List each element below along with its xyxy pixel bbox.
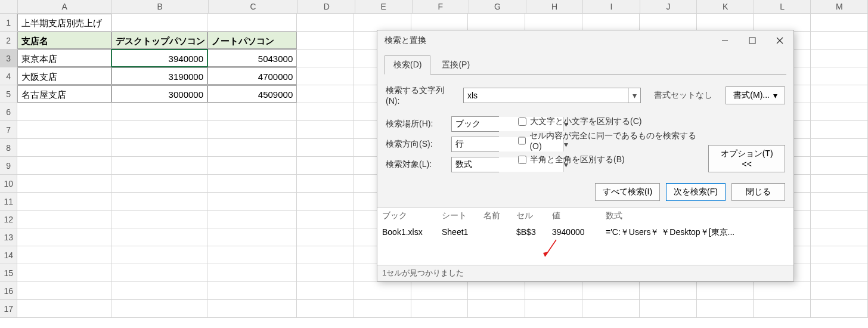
col-header-i[interactable]: I xyxy=(583,0,640,13)
chevron-down-icon[interactable]: ▾ xyxy=(628,88,640,103)
cell[interactable] xyxy=(582,14,640,31)
row-header-7[interactable]: 7 xyxy=(0,121,17,138)
cell-a4[interactable]: 大阪支店 xyxy=(17,67,111,85)
cell[interactable] xyxy=(207,246,297,264)
cell[interactable] xyxy=(297,300,354,317)
options-button[interactable]: オプション(T) << xyxy=(708,145,785,172)
result-row[interactable]: Book1.xlsx Sheet1 $B$3 3940000 ='C:￥User… xyxy=(377,224,793,241)
col-header-d[interactable]: D xyxy=(298,0,355,13)
cell[interactable] xyxy=(297,85,354,103)
cell[interactable] xyxy=(811,85,868,103)
col-header-f[interactable]: F xyxy=(413,0,470,13)
cell[interactable] xyxy=(207,121,297,138)
cell[interactable] xyxy=(17,103,111,120)
within-combo[interactable]: ▾ xyxy=(451,116,499,132)
cell[interactable] xyxy=(525,14,582,31)
cell-c5[interactable]: 4509000 xyxy=(207,85,297,103)
row-header-1[interactable]: 1 xyxy=(0,14,17,31)
row-header-3[interactable]: 3 xyxy=(0,49,17,67)
cell[interactable] xyxy=(811,264,868,281)
cell[interactable] xyxy=(207,175,297,192)
cell[interactable] xyxy=(525,300,582,317)
cell[interactable] xyxy=(811,103,868,120)
cell[interactable] xyxy=(17,121,111,138)
cell[interactable] xyxy=(207,228,297,246)
cell[interactable] xyxy=(111,157,207,174)
cell[interactable] xyxy=(354,282,411,299)
cell[interactable] xyxy=(111,246,207,264)
row-header-6[interactable]: 6 xyxy=(0,103,17,120)
match-entire-checkbox[interactable]: セル内容が完全に同一であるものを検索する(O) xyxy=(518,131,701,151)
row-header-15[interactable]: 15 xyxy=(0,264,17,281)
cell[interactable] xyxy=(111,300,207,317)
find-all-button[interactable]: すべて検索(I) xyxy=(595,183,660,201)
cell[interactable] xyxy=(111,103,207,120)
cell[interactable] xyxy=(111,228,207,246)
cell[interactable] xyxy=(582,300,640,317)
row-header-14[interactable]: 14 xyxy=(0,246,17,264)
cell-b1[interactable] xyxy=(111,14,207,31)
cell[interactable] xyxy=(354,14,411,31)
cell[interactable] xyxy=(297,211,354,228)
row-header-2[interactable]: 2 xyxy=(0,32,17,49)
cell[interactable] xyxy=(640,282,697,299)
cell[interactable] xyxy=(525,282,582,299)
cell[interactable] xyxy=(297,139,354,156)
row-header-5[interactable]: 5 xyxy=(0,85,17,103)
cell[interactable] xyxy=(697,300,754,317)
row-header-13[interactable]: 13 xyxy=(0,228,17,246)
cell[interactable] xyxy=(297,264,354,281)
cell-a5[interactable]: 名古屋支店 xyxy=(17,85,111,103)
row-header-8[interactable]: 8 xyxy=(0,139,17,156)
col-header-m[interactable]: M xyxy=(811,0,868,13)
match-byte-checkbox[interactable]: 半角と全角を区別する(B) xyxy=(518,154,701,165)
cell[interactable] xyxy=(17,228,111,246)
cell[interactable] xyxy=(811,211,868,228)
cell[interactable] xyxy=(811,193,868,210)
cell[interactable] xyxy=(811,282,868,299)
col-header-c[interactable]: C xyxy=(209,0,299,13)
maximize-button[interactable] xyxy=(739,30,766,51)
cell[interactable] xyxy=(468,300,525,317)
cell[interactable] xyxy=(582,282,640,299)
cell[interactable] xyxy=(754,14,811,31)
dialog-titlebar[interactable]: 検索と置換 xyxy=(377,30,793,51)
cell[interactable] xyxy=(17,211,111,228)
cell[interactable] xyxy=(297,193,354,210)
cell[interactable] xyxy=(754,300,811,317)
cell[interactable] xyxy=(207,300,297,317)
cell[interactable] xyxy=(297,121,354,138)
row-header-10[interactable]: 10 xyxy=(0,175,17,192)
row-header-17[interactable]: 17 xyxy=(0,300,17,317)
cell[interactable] xyxy=(17,139,111,156)
cell[interactable] xyxy=(811,67,868,85)
search-combo[interactable]: ▾ xyxy=(451,137,499,152)
find-next-button[interactable]: 次を検索(F) xyxy=(666,183,726,201)
col-header-b[interactable]: B xyxy=(112,0,209,13)
cell[interactable] xyxy=(111,282,207,299)
col-header-h[interactable]: H xyxy=(526,0,584,13)
cell-b2[interactable]: デスクトップパソコン xyxy=(111,32,207,49)
row-header-4[interactable]: 4 xyxy=(0,67,17,85)
cell[interactable] xyxy=(297,282,354,299)
cell[interactable] xyxy=(468,14,525,31)
cell[interactable] xyxy=(17,300,111,317)
cell[interactable] xyxy=(411,300,469,317)
close-button[interactable] xyxy=(766,30,793,51)
cell[interactable] xyxy=(207,103,297,120)
col-header-j[interactable]: J xyxy=(640,0,698,13)
cell[interactable] xyxy=(207,264,297,281)
cell[interactable] xyxy=(297,49,354,67)
cell[interactable] xyxy=(17,157,111,174)
col-header-l[interactable]: L xyxy=(754,0,811,13)
tab-find[interactable]: 検索(D) xyxy=(385,55,430,75)
cell[interactable] xyxy=(811,121,868,138)
cell[interactable] xyxy=(811,246,868,264)
row-header-16[interactable]: 16 xyxy=(0,282,17,299)
cell[interactable] xyxy=(811,300,868,317)
cell[interactable] xyxy=(354,300,411,317)
cell[interactable] xyxy=(754,282,811,299)
cell[interactable] xyxy=(111,264,207,281)
cell[interactable] xyxy=(207,139,297,156)
cell[interactable] xyxy=(17,246,111,264)
